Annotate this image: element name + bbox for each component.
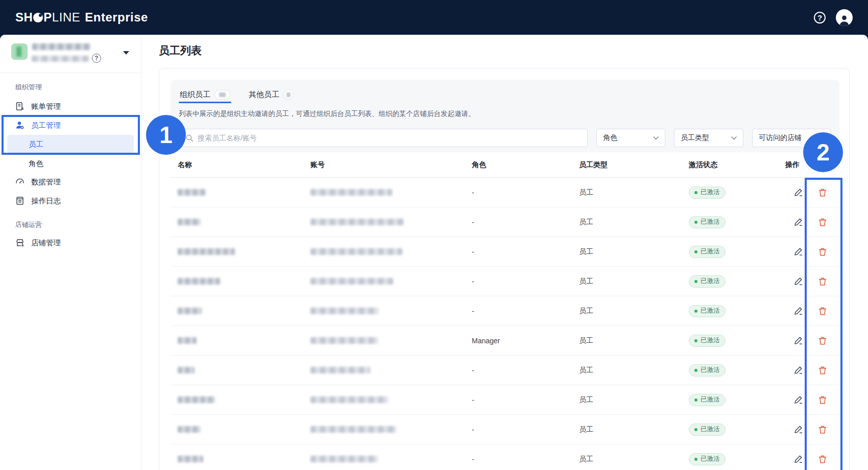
account-redacted xyxy=(310,189,392,196)
pencil-icon xyxy=(794,395,803,404)
gauge-icon xyxy=(15,177,25,186)
cell-status: 已激活 xyxy=(680,246,769,258)
cell-name xyxy=(171,308,303,314)
cell-role: - xyxy=(465,426,572,434)
account-redacted xyxy=(310,426,396,433)
sidebar-item-operation-log[interactable]: 操作日志 xyxy=(0,192,141,210)
search-filter-row: 角色 员工类型 可访问的店铺 xyxy=(179,129,831,147)
edit-button[interactable] xyxy=(794,336,803,345)
cell-name xyxy=(171,367,303,373)
name-redacted xyxy=(178,337,197,344)
cell-type: 员工 xyxy=(572,336,680,345)
edit-button[interactable] xyxy=(794,247,803,256)
annotation-step-2: 2 xyxy=(803,132,843,172)
account-redacted xyxy=(310,278,393,285)
account-redacted xyxy=(310,219,404,225)
org-staff-count-badge xyxy=(214,90,230,100)
top-bar: SHPLINE Enterprise ? xyxy=(0,0,868,35)
sidebar-item-store-management[interactable]: 店铺管理 xyxy=(0,233,141,252)
col-header-account: 账号 xyxy=(303,160,465,170)
cell-role: - xyxy=(465,248,572,256)
sidebar-item-data-management[interactable]: 数据管理 xyxy=(0,173,141,191)
section-store-operation: 店铺运营 xyxy=(15,220,42,229)
status-dot-icon xyxy=(694,339,697,342)
logo-text-enterprise: Enterprise xyxy=(85,10,148,25)
cell-type: 员工 xyxy=(572,188,680,197)
cell-name xyxy=(171,248,303,255)
cell-role: - xyxy=(465,307,572,315)
edit-button[interactable] xyxy=(794,307,803,315)
status-badge: 已激活 xyxy=(689,246,726,258)
tab-bar: 组织员工 其他员工 xyxy=(179,86,831,103)
status-dot-icon xyxy=(694,221,697,224)
tab-other-staff[interactable]: 其他员工 xyxy=(248,86,295,103)
cell-name xyxy=(171,278,303,285)
search-input[interactable] xyxy=(198,134,581,142)
cell-status: 已激活 xyxy=(680,453,769,465)
tab-org-staff[interactable]: 组织员工 xyxy=(179,86,231,103)
filter-type-dropdown[interactable]: 员工类型 xyxy=(674,129,743,147)
status-dot-icon xyxy=(694,250,697,253)
pencil-icon xyxy=(794,366,803,374)
cell-role: - xyxy=(465,189,572,197)
cell-role: - xyxy=(465,277,572,286)
name-redacted xyxy=(178,189,206,196)
filter-label: 角色 xyxy=(603,133,617,143)
chevron-down-icon[interactable] xyxy=(123,51,129,55)
status-dot-icon xyxy=(694,280,697,283)
edit-button[interactable] xyxy=(794,188,803,197)
filter-label: 员工类型 xyxy=(681,133,709,143)
search-icon xyxy=(185,134,194,142)
sidebar-item-billing[interactable]: 账单管理 xyxy=(0,97,141,115)
user-avatar[interactable] xyxy=(836,9,853,26)
cell-role: - xyxy=(465,396,572,404)
cell-status: 已激活 xyxy=(680,275,769,288)
log-icon xyxy=(15,196,25,205)
name-redacted xyxy=(178,456,203,462)
shopline-enterprise-logo: SHPLINE Enterprise xyxy=(15,10,148,25)
status-dot-icon xyxy=(694,191,697,194)
cell-account xyxy=(303,189,465,196)
cell-role: - xyxy=(465,455,572,463)
status-badge: 已激活 xyxy=(689,335,726,347)
store-icon xyxy=(15,238,25,247)
edit-button[interactable] xyxy=(794,218,803,226)
table-row: - 员工 已激活 xyxy=(171,415,839,444)
cell-type: 员工 xyxy=(572,247,680,256)
cell-name xyxy=(171,456,303,462)
cell-status: 已激活 xyxy=(680,394,769,406)
org-name-redacted xyxy=(32,43,90,50)
cell-status: 已激活 xyxy=(680,364,769,377)
status-badge: 已激活 xyxy=(689,275,726,288)
edit-button[interactable] xyxy=(794,277,803,286)
help-icon[interactable]: ? xyxy=(814,12,826,24)
logo-text-sh: SH xyxy=(15,10,33,25)
cell-status: 已激活 xyxy=(680,216,769,228)
table-row: - 员工 已激活 xyxy=(171,267,839,296)
col-header-status: 激活状态 xyxy=(680,160,769,170)
edit-button[interactable] xyxy=(794,366,803,374)
pencil-icon xyxy=(794,307,803,315)
section-org-management: 组织管理 xyxy=(15,83,42,92)
filter-role-dropdown[interactable]: 角色 xyxy=(596,129,665,147)
sidebar-subitem-roles[interactable]: 角色 xyxy=(7,154,134,173)
bill-icon xyxy=(15,102,25,111)
pencil-icon xyxy=(794,218,803,226)
staff-list-card: 添加员工 组织员工 其他员工 列表中展示的是组织主动邀请的员工，可通过组织后台员… xyxy=(159,68,850,470)
cell-name xyxy=(171,426,303,433)
pencil-icon xyxy=(794,247,803,256)
edit-button[interactable] xyxy=(794,395,803,404)
edit-button[interactable] xyxy=(794,425,803,434)
org-account-switcher[interactable]: ? xyxy=(0,35,141,73)
table-row: - 员工 已激活 xyxy=(171,385,839,415)
cell-name xyxy=(171,337,303,344)
cell-status: 已激活 xyxy=(680,335,769,347)
filter-label: 可访问的店铺 xyxy=(759,133,802,143)
name-redacted xyxy=(178,396,215,403)
tab-label: 其他员工 xyxy=(249,90,279,100)
col-header-type: 员工类型 xyxy=(572,160,680,170)
org-help-icon[interactable]: ? xyxy=(92,54,101,63)
edit-button[interactable] xyxy=(794,455,803,463)
cell-account xyxy=(303,219,465,225)
cell-type: 员工 xyxy=(572,366,680,375)
